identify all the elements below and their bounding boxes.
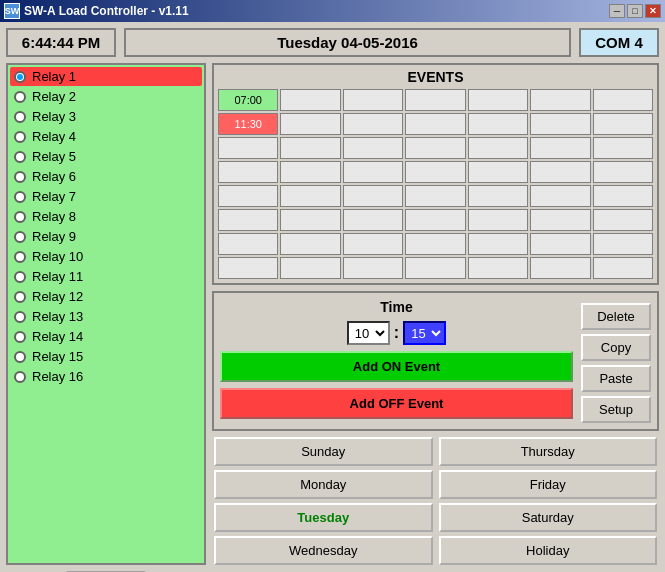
relay-item-9[interactable]: Relay 9 bbox=[10, 227, 202, 246]
event-cell-4-0[interactable] bbox=[218, 185, 278, 207]
relay-item-1[interactable]: Relay 1 bbox=[10, 67, 202, 86]
relay-item-10[interactable]: Relay 10 bbox=[10, 247, 202, 266]
event-cell-7-2[interactable] bbox=[343, 257, 403, 279]
event-cell-2-5[interactable] bbox=[530, 137, 590, 159]
event-cell-5-2[interactable] bbox=[343, 209, 403, 231]
day-button-monday[interactable]: Monday bbox=[214, 470, 433, 499]
relay-radio-1 bbox=[14, 71, 26, 83]
time-display: 6:44:44 PM bbox=[6, 28, 116, 57]
event-cell-1-5[interactable] bbox=[530, 113, 590, 135]
event-cell-0-6[interactable] bbox=[593, 89, 653, 111]
event-cell-4-6[interactable] bbox=[593, 185, 653, 207]
event-cell-1-4[interactable] bbox=[468, 113, 528, 135]
event-cell-0-1[interactable] bbox=[280, 89, 340, 111]
event-cell-3-1[interactable] bbox=[280, 161, 340, 183]
event-cell-7-6[interactable] bbox=[593, 257, 653, 279]
minimize-button[interactable]: ─ bbox=[609, 4, 625, 18]
event-cell-5-1[interactable] bbox=[280, 209, 340, 231]
delete-button[interactable]: Delete bbox=[581, 303, 651, 330]
event-cell-3-5[interactable] bbox=[530, 161, 590, 183]
event-cell-3-3[interactable] bbox=[405, 161, 465, 183]
add-off-button[interactable]: Add OFF Event bbox=[220, 388, 573, 419]
close-button[interactable]: ✕ bbox=[645, 4, 661, 18]
relay-item-5[interactable]: Relay 5 bbox=[10, 147, 202, 166]
setup-button[interactable]: Setup bbox=[581, 396, 651, 423]
event-cell-6-4[interactable] bbox=[468, 233, 528, 255]
event-cell-6-3[interactable] bbox=[405, 233, 465, 255]
relay-item-3[interactable]: Relay 3 bbox=[10, 107, 202, 126]
relay-item-14[interactable]: Relay 14 bbox=[10, 327, 202, 346]
event-cell-5-6[interactable] bbox=[593, 209, 653, 231]
relay-label-4: Relay 4 bbox=[32, 129, 76, 144]
relay-item-7[interactable]: Relay 7 bbox=[10, 187, 202, 206]
add-on-button[interactable]: Add ON Event bbox=[220, 351, 573, 382]
event-cell-2-3[interactable] bbox=[405, 137, 465, 159]
event-cell-1-6[interactable] bbox=[593, 113, 653, 135]
event-cell-2-2[interactable] bbox=[343, 137, 403, 159]
event-cell-3-6[interactable] bbox=[593, 161, 653, 183]
relay-label-10: Relay 10 bbox=[32, 249, 83, 264]
event-cell-6-6[interactable] bbox=[593, 233, 653, 255]
maximize-button[interactable]: □ bbox=[627, 4, 643, 18]
day-button-holiday[interactable]: Holiday bbox=[439, 536, 658, 565]
event-cell-7-0[interactable] bbox=[218, 257, 278, 279]
event-cell-3-4[interactable] bbox=[468, 161, 528, 183]
event-cell-4-5[interactable] bbox=[530, 185, 590, 207]
relay-item-15[interactable]: Relay 15 bbox=[10, 347, 202, 366]
event-cell-1-1[interactable] bbox=[280, 113, 340, 135]
event-cell-1-2[interactable] bbox=[343, 113, 403, 135]
day-button-friday[interactable]: Friday bbox=[439, 470, 658, 499]
event-cell-2-4[interactable] bbox=[468, 137, 528, 159]
day-button-sunday[interactable]: Sunday bbox=[214, 437, 433, 466]
event-cell-7-1[interactable] bbox=[280, 257, 340, 279]
event-cell-0-3[interactable] bbox=[405, 89, 465, 111]
event-cell-2-1[interactable] bbox=[280, 137, 340, 159]
event-cell-2-6[interactable] bbox=[593, 137, 653, 159]
relay-item-11[interactable]: Relay 11 bbox=[10, 267, 202, 286]
event-cell-3-2[interactable] bbox=[343, 161, 403, 183]
relay-item-6[interactable]: Relay 6 bbox=[10, 167, 202, 186]
event-cell-2-0[interactable] bbox=[218, 137, 278, 159]
paste-button[interactable]: Paste bbox=[581, 365, 651, 392]
event-cell-5-3[interactable] bbox=[405, 209, 465, 231]
relay-item-16[interactable]: Relay 16 bbox=[10, 367, 202, 386]
hour-select[interactable]: 123456789101112 bbox=[347, 321, 390, 345]
time-label: Time bbox=[380, 299, 412, 315]
minute-select[interactable]: 0001020304050607080910111213141516171819… bbox=[403, 321, 446, 345]
relay-label-13: Relay 13 bbox=[32, 309, 83, 324]
event-cell-7-4[interactable] bbox=[468, 257, 528, 279]
event-cell-6-0[interactable] bbox=[218, 233, 278, 255]
relay-item-8[interactable]: Relay 8 bbox=[10, 207, 202, 226]
event-cell-0-2[interactable] bbox=[343, 89, 403, 111]
event-cell-0-0[interactable]: 07:00 bbox=[218, 89, 278, 111]
event-cell-5-4[interactable] bbox=[468, 209, 528, 231]
event-cell-4-4[interactable] bbox=[468, 185, 528, 207]
day-button-wednesday[interactable]: Wednesday bbox=[214, 536, 433, 565]
relay-radio-14 bbox=[14, 331, 26, 343]
event-cell-6-2[interactable] bbox=[343, 233, 403, 255]
event-cell-4-3[interactable] bbox=[405, 185, 465, 207]
event-cell-6-1[interactable] bbox=[280, 233, 340, 255]
event-cell-1-0[interactable]: 11:30 bbox=[218, 113, 278, 135]
event-cell-1-3[interactable] bbox=[405, 113, 465, 135]
event-cell-7-5[interactable] bbox=[530, 257, 590, 279]
days-col-1: SundayMondayTuesdayWednesday bbox=[214, 437, 433, 565]
day-button-saturday[interactable]: Saturday bbox=[439, 503, 658, 532]
relay-item-2[interactable]: Relay 2 bbox=[10, 87, 202, 106]
relay-item-13[interactable]: Relay 13 bbox=[10, 307, 202, 326]
relay-item-12[interactable]: Relay 12 bbox=[10, 287, 202, 306]
day-button-tuesday[interactable]: Tuesday bbox=[214, 503, 433, 532]
event-cell-0-4[interactable] bbox=[468, 89, 528, 111]
event-cell-4-2[interactable] bbox=[343, 185, 403, 207]
copy-button[interactable]: Copy bbox=[581, 334, 651, 361]
event-cell-7-3[interactable] bbox=[405, 257, 465, 279]
event-cell-4-1[interactable] bbox=[280, 185, 340, 207]
relay-item-4[interactable]: Relay 4 bbox=[10, 127, 202, 146]
event-cell-5-5[interactable] bbox=[530, 209, 590, 231]
event-cell-3-0[interactable] bbox=[218, 161, 278, 183]
day-button-thursday[interactable]: Thursday bbox=[439, 437, 658, 466]
event-cell-5-0[interactable] bbox=[218, 209, 278, 231]
events-title: EVENTS bbox=[218, 69, 653, 85]
event-cell-6-5[interactable] bbox=[530, 233, 590, 255]
event-cell-0-5[interactable] bbox=[530, 89, 590, 111]
